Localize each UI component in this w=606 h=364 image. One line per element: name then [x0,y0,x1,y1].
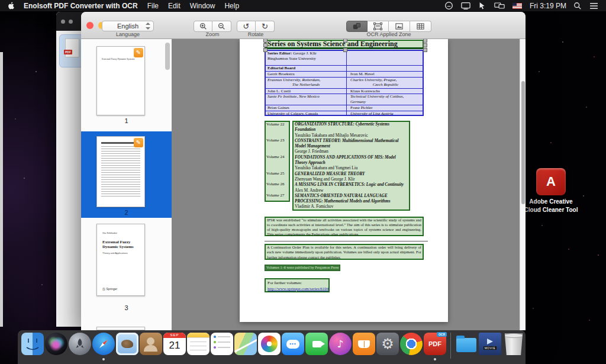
ocr-auto-zone-button[interactable] [346,21,368,32]
further-volumes-label: For further volumes: [267,280,327,286]
dock-movie-file-icon[interactable]: MOVIE [479,333,501,355]
page-3-number: 3 [81,304,172,311]
inactive-traffic-light[interactable] [69,20,73,24]
dock-messages-icon[interactable]: ••• [282,333,304,355]
inactive-traffic-light[interactable] [61,20,65,24]
ocr-text-zone-button[interactable] [368,21,389,32]
dock-facetime-icon[interactable] [305,333,328,355]
volume-line: Alex M. Andrew [295,188,408,194]
notification-center-icon[interactable] [589,2,598,9]
dock-itunes-icon[interactable]: ♪ [329,333,352,355]
ocr-zone-ifsr-paragraph[interactable]: IFSR was established “to stimulate all a… [265,217,424,236]
selection-handle[interactable] [423,43,427,47]
pdf-page[interactable]: Series on Systems Science and Engineerin… [240,39,448,322]
menu-clock[interactable]: Fri 3:19 PM [530,2,566,10]
input-language-flag-icon[interactable] [512,3,522,9]
table-cell: Technical University of Cottbus, [346,94,423,99]
creative-cloud-icon[interactable] [444,1,453,10]
rotate-buttons: ↺ ↻ [237,21,275,32]
page-3-thumbnail[interactable]: Gia Sirbiladze Extremal Fuzzy Dynamic Sy… [96,224,145,296]
stepper-icon[interactable] [145,22,151,30]
springer-series-link[interactable]: http://www.springer.com/series/6104 [267,286,327,292]
selection-handle[interactable] [343,39,347,43]
selected-pdf-file-tile[interactable]: PDF [59,34,83,67]
volume-label: Volume 25 [266,171,284,176]
dock-pdf-converter-icon[interactable]: PDF OCR [424,333,446,355]
calendar-month: SEP [163,333,186,338]
table-cell [346,66,423,71]
ocr-zone-continuation-paragraph[interactable]: A Continuation Order Plan is available f… [265,244,424,260]
selection-handle[interactable] [423,39,427,43]
language-group-label: Language [102,31,154,37]
volume-line: Model Management [295,144,408,149]
edited-badge-icon: ✎ [134,48,143,57]
ocr-image-zone-button[interactable] [389,21,410,32]
ocr-zone-editorial-table[interactable]: Series Editor: George J. Klir Binghamton… [265,50,424,116]
rotate-left-button[interactable]: ↺ [237,21,256,32]
table-row: Brian Gaines Franz Pichler [266,105,423,111]
ocr-table-zone-button[interactable] [410,21,431,32]
dock-launchpad-icon[interactable] [69,333,91,355]
zoom-group-label: Zoom [194,31,231,37]
ocr-zone-volume-labels[interactable]: Volume 22 Volume 23 Volume 24 Volume 25 … [265,121,290,202]
menu-window[interactable]: Window [190,2,215,10]
volume-label: Volume 27 [266,193,284,198]
table-cell: Franz Pichler [346,105,423,111]
dock-maps-icon[interactable] [234,333,257,355]
zoom-out-button[interactable] [212,21,231,32]
dock-reminders-icon[interactable] [211,333,233,355]
rotate-right-button[interactable]: ↻ [256,21,275,32]
sidebar-scrollbar[interactable] [165,43,170,70]
cursor-tool-icon[interactable] [478,2,486,10]
document-scrollbar[interactable] [520,39,526,330]
dock-chrome-icon[interactable] [400,333,423,355]
screen-mirroring-icon[interactable] [461,2,470,10]
dock-notes-icon[interactable] [187,333,209,355]
dock-calendar-icon[interactable]: SEP 21 [163,333,186,355]
language-dropdown[interactable]: English [102,21,154,31]
menu-help[interactable]: Help [224,2,239,10]
apple-menu-icon[interactable] [7,1,15,10]
desktop-icon-adobe-cleaner[interactable]: A Adobe Creative Cloud Cleaner Tool [518,168,584,214]
menu-edit[interactable]: Edit [168,2,180,10]
dock-finder-icon[interactable] [21,333,44,355]
dock-mail-icon[interactable] [116,333,138,355]
displays-icon[interactable] [494,2,505,9]
ocr-zone-pergamon-note[interactable]: Volumes 1–6 were published by Pergamon P… [265,265,340,271]
app-menu-title[interactable]: Enolsoft PDF Converter with OCR [24,2,138,10]
volume-line: Yasuhiko Takahara and Mihajlo Mesarovic [295,133,408,138]
menu-file[interactable]: File [147,2,159,10]
table-cell: John L. Castii [266,89,346,94]
pdf-file-icon: PDF [65,38,79,57]
spotlight-search-icon[interactable] [573,2,582,10]
scrollbar-thumb[interactable] [521,81,525,204]
table-row: The Netherlands Czech Republic [266,82,423,88]
close-button[interactable] [86,22,94,29]
selection-handle[interactable] [263,48,267,52]
dock-folder-icon[interactable] [455,333,478,355]
page-1-thumbnail[interactable]: Extremal Fuzzy Dynamic Systems ✎ [96,46,145,115]
dock-ibooks-icon[interactable] [353,333,375,355]
desktop-screen: Enolsoft PDF Converter with OCR File Edi… [0,0,606,364]
ocr-zone-further-volumes[interactable]: For further volumes: http://www.springer… [265,278,330,292]
dock-photos-icon[interactable] [258,333,281,355]
selection-handle[interactable] [343,48,347,52]
page-2-thumbnail[interactable]: ✎ [96,136,145,207]
ocr-zone-title[interactable]: Series on Systems Science and Engineerin… [265,40,424,49]
selection-handle[interactable] [263,39,267,43]
table-cell: Czech Republic [346,82,423,88]
dock-siri-icon[interactable] [45,333,67,355]
ocr-zone-volume-titles[interactable]: ORGANIZATION STRUCTURE: Cybernetic Syste… [292,121,410,211]
zoom-in-button[interactable] [194,21,212,32]
volume-line: CONSTRAINT THEORY: Multidimensional Math… [295,138,408,144]
zoom-buttons [194,21,231,32]
selection-handle[interactable] [263,43,267,47]
pdf-file-badge: PDF [64,50,72,54]
selection-handle[interactable] [423,48,427,52]
thumb-2-titleline [101,142,138,144]
dock-contacts-icon[interactable] [140,333,162,355]
volume-line: Yasuhiko Takahara and Yongmei Liu [295,166,408,171]
dock-system-preferences-icon[interactable]: ⚙ [376,333,399,355]
dock-safari-icon[interactable] [92,333,115,355]
dock-trash-icon[interactable] [502,333,525,355]
